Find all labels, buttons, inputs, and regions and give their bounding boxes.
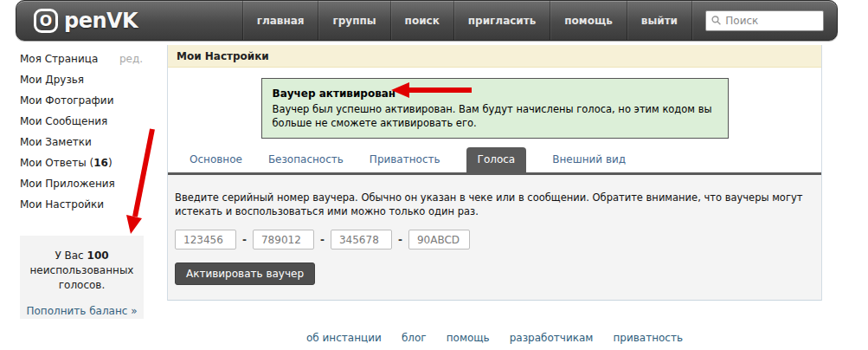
sidebar-link-my-answers[interactable]: Мои Ответы (16) [20, 158, 113, 169]
tab-appearance[interactable]: Внешний вид [552, 147, 626, 172]
nav-item-groups[interactable]: группы [318, 1, 389, 40]
sidebar-item-my-settings: Мои Настройки [20, 199, 143, 211]
footer-link-developers[interactable]: разработчикам [510, 332, 594, 344]
voucher-field-2[interactable] [253, 230, 314, 250]
footer-link-about[interactable]: об инстанции [306, 332, 382, 344]
answers-suffix: ) [108, 157, 113, 169]
message-title: Ваучер активирован [273, 87, 717, 100]
top-up-balance-link[interactable]: Пополнить баланс » [20, 304, 144, 319]
voucher-field-4[interactable] [408, 230, 470, 250]
sidebar-link-my-friends[interactable]: Мои Друзья [20, 75, 84, 86]
openvk-logo-icon: O [34, 9, 58, 33]
tab-votes[interactable]: Голоса [466, 147, 527, 172]
tab-security[interactable]: Безопасность [268, 147, 344, 172]
settings-tabs: Основное Безопасность Приватность Голоса… [168, 147, 821, 175]
sidebar-item-my-notes: Мои Заметки [20, 137, 143, 148]
voucher-field-3[interactable] [331, 230, 392, 250]
activate-voucher-button[interactable]: Активировать ваучер [175, 262, 315, 285]
openvk-settings-page: O penVK главная группы поиск пригласить … [0, 0, 868, 350]
voucher-separator: - [320, 234, 325, 246]
sidebar-item-my-messages: Мои Сообщения [20, 116, 143, 127]
sidebar-item-my-friends: Мои Друзья [20, 75, 143, 86]
sidebar-item-my-answers: Мои Ответы (16) [20, 158, 143, 169]
openvk-logo-text: penVK [64, 9, 138, 33]
balance-text-prefix: У Вас [55, 250, 87, 262]
voucher-separator: - [242, 234, 247, 246]
footer-link-privacy[interactable]: приватность [613, 332, 683, 344]
search-area [691, 1, 837, 40]
search-box[interactable] [705, 10, 824, 31]
voucher-field-1[interactable] [175, 230, 236, 250]
sidebar-item-my-apps: Мои Приложения [20, 178, 143, 190]
nav-item-help[interactable]: помощь [550, 1, 626, 40]
page-title: Мои Настройки [168, 45, 821, 68]
footer-link-blog[interactable]: блог [402, 332, 427, 344]
voucher-instructions: Введите серийный номер ваучера. Обычно о… [175, 191, 814, 218]
voucher-code-row: - - - [175, 230, 814, 250]
sidebar-item-my-page: Моя Страница ред. [20, 54, 143, 65]
sidebar-link-my-apps[interactable]: Мои Приложения [20, 178, 115, 190]
nav-item-logout[interactable]: выйти [627, 1, 691, 40]
sidebar: Моя Страница ред. Мои Друзья Мои Фотогра… [20, 54, 143, 220]
nav-item-home[interactable]: главная [242, 1, 318, 40]
sidebar-item-my-photos: Мои Фотографии [20, 95, 143, 107]
footer-link-help[interactable]: помощь [447, 332, 490, 344]
main-content: Мои Настройки Ваучер активирован Ваучер … [167, 45, 822, 301]
nav-item-search[interactable]: поиск [390, 1, 453, 40]
balance-count: 100 [87, 250, 109, 262]
footer: об инстанции блог помощь разработчикам п… [167, 328, 822, 345]
top-nav-menu: главная группы поиск пригласить помощь в… [242, 1, 837, 40]
tab-privacy[interactable]: Приватность [370, 147, 440, 172]
sidebar-link-my-notes[interactable]: Мои Заметки [20, 137, 92, 148]
top-navigation-bar: O penVK главная группы поиск пригласить … [16, 0, 838, 41]
sidebar-link-my-settings[interactable]: Мои Настройки [20, 199, 104, 211]
sidebar-edit-link[interactable]: ред. [119, 54, 143, 65]
search-icon [711, 15, 721, 26]
search-input[interactable] [725, 15, 818, 27]
voucher-separator: - [398, 234, 402, 246]
nav-item-invite[interactable]: пригласить [453, 1, 550, 40]
answers-label: Мои Ответы ( [20, 157, 93, 169]
tab-general[interactable]: Основное [190, 147, 242, 172]
openvk-logo[interactable]: O penVK [34, 1, 138, 40]
balance-text-suffix: неиспользованных голосов. [30, 264, 134, 291]
sidebar-link-my-messages[interactable]: Мои Сообщения [20, 116, 107, 127]
message-body: Ваучер был успешно активирован. Вам буду… [273, 102, 717, 130]
voucher-activated-message: Ваучер активирован Ваучер был успешно ак… [261, 78, 729, 139]
sidebar-link-my-photos[interactable]: Мои Фотографии [20, 95, 113, 107]
votes-tab-content: Введите серийный номер ваучера. Обычно о… [168, 175, 821, 301]
sidebar-link-my-page[interactable]: Моя Страница [20, 54, 98, 65]
answers-count: 16 [93, 157, 108, 169]
votes-balance-box: У Вас 100 неиспользованных голосов. Попо… [20, 236, 144, 319]
